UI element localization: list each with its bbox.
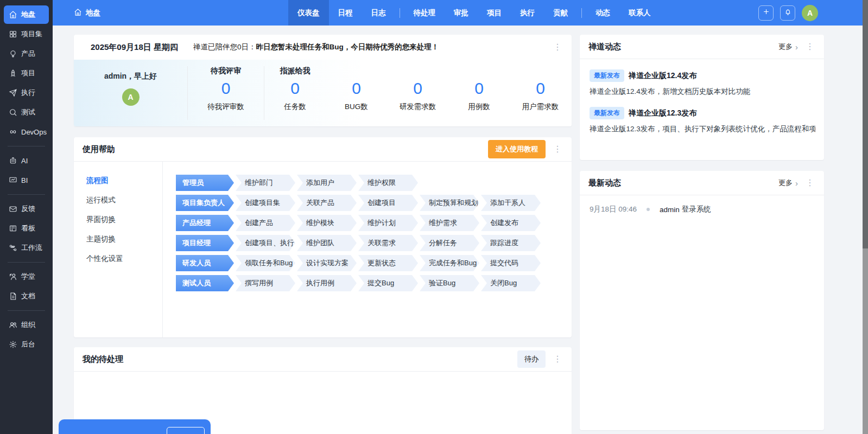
stat-item-研发需求数: 0研发需求数: [387, 79, 448, 112]
workflow-step[interactable]: 撰写用例: [236, 275, 295, 291]
sidebar-item-BI[interactable]: BI: [4, 171, 49, 189]
sidebar-item-项目集[interactable]: 项目集: [4, 25, 49, 43]
workflow-step[interactable]: 分解任务: [420, 235, 479, 251]
stat-value[interactable]: 0: [387, 79, 448, 98]
workflow-step[interactable]: 维护权限: [358, 175, 418, 191]
workflow-step[interactable]: 维护部门: [236, 175, 295, 191]
workflow-step[interactable]: 提交Bug: [358, 275, 418, 291]
user-avatar[interactable]: A: [802, 5, 818, 21]
workflow-step[interactable]: 关联需求: [358, 235, 418, 251]
stat-value[interactable]: 0: [510, 79, 571, 98]
workflow-step[interactable]: 领取任务和Bug: [236, 255, 295, 271]
workflow-step[interactable]: 创建发布: [481, 215, 541, 231]
sidebar-item-AI[interactable]: AI: [4, 151, 49, 170]
nav-tab-待处理[interactable]: 待处理: [404, 0, 445, 25]
workflow-step[interactable]: 关联产品: [297, 195, 357, 211]
workflow-step[interactable]: 跟踪进度: [481, 235, 541, 251]
workflow-step[interactable]: 提交代码: [481, 255, 541, 271]
latest-news-more-link[interactable]: 更多 ›: [778, 178, 798, 188]
page-scrollbar[interactable]: [863, 0, 868, 434]
stat-label: 用例数: [448, 102, 510, 112]
workflow-step[interactable]: 添加干系人: [481, 195, 541, 211]
workflow-step[interactable]: 创建产品: [236, 215, 295, 231]
workflow-step[interactable]: 更新状态: [358, 255, 418, 271]
workflow-step[interactable]: 添加用户: [297, 175, 357, 191]
workflow-step[interactable]: 维护计划: [358, 215, 418, 231]
workflow-step[interactable]: 创建项目集: [236, 195, 295, 211]
sidebar-item-反馈[interactable]: 反馈: [4, 200, 49, 218]
nav-tab-日志[interactable]: 日志: [362, 0, 395, 25]
workflow-row-产品经理: 产品经理创建产品维护模块维护计划维护需求创建发布: [176, 215, 572, 231]
nav-tab-联系人[interactable]: 联系人: [619, 0, 660, 25]
presentation-icon: [9, 176, 17, 184]
nav-tab-仪表盘[interactable]: 仪表盘: [288, 0, 329, 25]
toast-action-button[interactable]: [167, 427, 205, 434]
sidebar-item-看板[interactable]: 看板: [4, 219, 49, 238]
workflow-step[interactable]: 维护模块: [297, 215, 357, 231]
stat-columns: 0任务数0BUG数0研发需求数0用例数0用户需求数: [264, 79, 571, 112]
navbar-brand[interactable]: 地盘: [74, 8, 100, 18]
notifications-button[interactable]: [780, 5, 795, 21]
nav-tab-贡献[interactable]: 贡献: [544, 0, 577, 25]
sidebar-item-label: BI: [21, 176, 28, 184]
workflow-step[interactable]: 设计实现方案: [297, 255, 357, 271]
sidebar-item-项目[interactable]: 项目: [4, 64, 49, 82]
todo-filter-button[interactable]: 待办: [517, 350, 546, 368]
welcome-menu-button[interactable]: ⋮: [552, 43, 563, 52]
sidebar-item-执行[interactable]: 执行: [4, 84, 49, 102]
latest-news-menu-button[interactable]: ⋮: [804, 178, 815, 187]
stat-label: 研发需求数: [387, 102, 448, 112]
news-item-title[interactable]: 禅道企业版12.4发布: [629, 71, 696, 80]
sidebar-item-文档[interactable]: 文档: [4, 287, 49, 305]
mail-icon: [9, 205, 17, 213]
workflow-step[interactable]: 创建项目、执行: [236, 235, 295, 251]
todo-menu-button[interactable]: ⋮: [552, 355, 563, 363]
help-tab-个性化设置[interactable]: 个性化设置: [86, 254, 162, 264]
workflow-step[interactable]: 关闭Bug: [481, 275, 541, 291]
workflow-step[interactable]: 执行用例: [297, 275, 357, 291]
help-tab-流程图[interactable]: 流程图: [86, 176, 162, 186]
sidebar-item-组织[interactable]: 组织: [4, 316, 49, 334]
news-item-title[interactable]: 禅道企业版12.3发布: [629, 108, 696, 117]
sidebar-item-label: DevOps: [21, 128, 47, 136]
zentao-news-more-link[interactable]: 更多 ›: [778, 42, 798, 52]
home-icon: [9, 10, 17, 19]
role-arrow-项目经理: 项目经理: [176, 235, 234, 251]
stat-value[interactable]: 0: [326, 79, 387, 98]
sidebar-item-测试[interactable]: 测试: [4, 103, 49, 122]
stat-label: BUG数: [326, 102, 387, 112]
sidebar-item-后台[interactable]: 后台: [4, 335, 49, 354]
welcome-message: 禅道已陪伴您0日：昨日您暂未处理任务和Bug，今日期待优秀的您来处理！: [193, 42, 439, 52]
sidebar-item-产品[interactable]: 产品: [4, 44, 49, 63]
bell-icon: [784, 8, 792, 18]
stat-label: 待我评审数: [188, 102, 264, 112]
sidebar-item-地盘[interactable]: 地盘: [4, 5, 49, 24]
workflow-step[interactable]: 验证Bug: [420, 275, 479, 291]
scrollbar-thumb[interactable]: [863, 0, 868, 248]
nav-tab-执行[interactable]: 执行: [511, 0, 544, 25]
help-tab-运行模式[interactable]: 运行模式: [86, 195, 162, 205]
sidebar-item-DevOps[interactable]: DevOps: [4, 123, 49, 141]
nav-tab-审批[interactable]: 审批: [445, 0, 478, 25]
workflow-step[interactable]: 完成任务和Bug: [420, 255, 479, 271]
workflow-step[interactable]: 维护需求: [420, 215, 479, 231]
tutorial-button[interactable]: 进入使用教程: [488, 140, 546, 158]
add-button[interactable]: [758, 5, 774, 21]
stat-value[interactable]: 0: [264, 79, 326, 98]
stat-value[interactable]: 0: [448, 79, 510, 98]
help-card: 使用帮助 进入使用教程 ⋮ 流程图运行模式界面切换主题切换个性化设置 管理员维护…: [74, 137, 572, 337]
workflow-step[interactable]: 维护团队: [297, 235, 357, 251]
help-tab-界面切换[interactable]: 界面切换: [86, 215, 162, 225]
sidebar-item-学堂[interactable]: 学堂: [4, 267, 49, 286]
nav-tab-动态[interactable]: 动态: [586, 0, 619, 25]
workflow-step[interactable]: 创建项目: [358, 195, 418, 211]
workflow-step[interactable]: 制定预算和规划: [420, 195, 479, 211]
workflow-row-管理员: 管理员维护部门添加用户维护权限: [176, 175, 572, 191]
stat-value[interactable]: 0: [188, 79, 264, 98]
sidebar-item-工作流[interactable]: 工作流: [4, 239, 49, 257]
help-menu-button[interactable]: ⋮: [552, 145, 563, 154]
zentao-news-menu-button[interactable]: ⋮: [804, 42, 815, 51]
help-tab-主题切换[interactable]: 主题切换: [86, 234, 162, 244]
nav-tab-日程[interactable]: 日程: [329, 0, 362, 25]
nav-tab-项目[interactable]: 项目: [478, 0, 511, 25]
